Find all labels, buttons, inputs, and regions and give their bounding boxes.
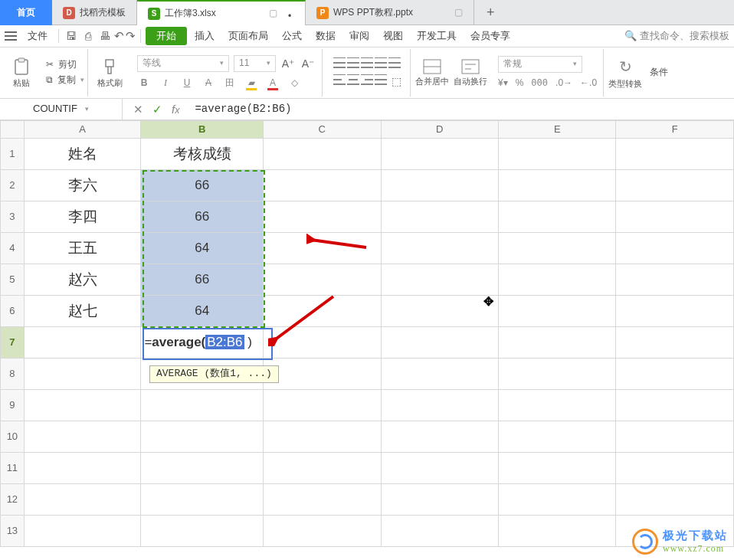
print-preview-icon[interactable]: ⎙ <box>80 29 96 43</box>
align-middle-icon[interactable] <box>347 57 359 68</box>
row-header[interactable]: 6 <box>1 296 25 327</box>
indent-inc-icon[interactable] <box>388 57 401 68</box>
cell[interactable]: 赵六 <box>24 264 141 296</box>
cell[interactable]: 考核成绩 <box>141 139 264 170</box>
merge-button[interactable]: 合并居中 <box>415 49 449 97</box>
row-header[interactable]: 11 <box>1 453 25 484</box>
row-header[interactable]: 12 <box>1 484 25 516</box>
name-box[interactable]: COUNTIF▾ <box>0 99 123 120</box>
dec-decimal-icon[interactable]: ←.0 <box>580 77 597 90</box>
cell[interactable]: 王五 <box>24 233 141 264</box>
window-icon[interactable]: ▢ <box>454 7 463 19</box>
copy-button[interactable]: ⧉复制▾ <box>46 74 84 87</box>
percent-icon[interactable]: % <box>516 77 524 90</box>
menu-vip[interactable]: 会员专享 <box>464 27 516 46</box>
menu-file[interactable]: 文件 <box>21 27 54 46</box>
format-painter-button[interactable]: 格式刷 <box>93 49 126 97</box>
menu-dev[interactable]: 开发工具 <box>411 27 463 46</box>
wrap-button[interactable]: 自动换行 <box>454 49 487 97</box>
number-format-combo[interactable]: 常规▾ <box>498 56 582 73</box>
cell[interactable]: 姓名 <box>24 139 141 170</box>
decrease-font-icon[interactable]: A⁻ <box>300 57 316 70</box>
cell[interactable]: 64 <box>141 296 264 327</box>
menu-layout[interactable]: 页面布局 <box>222 27 274 46</box>
cell[interactable]: 66 <box>141 170 264 201</box>
col-header[interactable]: F <box>616 121 734 139</box>
orientation-icon[interactable]: ⬚ <box>388 74 404 88</box>
cancel-formula-icon[interactable]: ✕ <box>133 102 143 117</box>
search-command[interactable]: 🔍 查找命令、搜索模板 <box>624 30 729 43</box>
align-bottom-icon[interactable] <box>361 57 373 68</box>
row-header[interactable]: 2 <box>1 170 25 201</box>
col-header[interactable]: D <box>381 121 498 139</box>
tab-template[interactable]: D 找稻壳模板 <box>52 0 137 25</box>
row-header[interactable]: 9 <box>1 390 25 421</box>
print-icon[interactable]: 🖶 <box>97 29 113 43</box>
formula-input[interactable]: =average(B2:B6) <box>190 102 734 116</box>
sheet-area[interactable]: A B C D E F 1 姓名 考核成绩 2 李六 66 3 李四 66 4 … <box>0 120 734 560</box>
phonetic-button[interactable]: ◇ <box>287 77 301 90</box>
row-header[interactable]: 4 <box>1 233 25 264</box>
cell[interactable]: 李四 <box>24 201 141 233</box>
strike-button[interactable]: A <box>202 77 215 90</box>
indent-dec-icon[interactable] <box>375 57 387 68</box>
redo-icon[interactable]: ↷ <box>126 28 136 44</box>
col-header[interactable]: E <box>499 121 616 139</box>
select-all-corner[interactable] <box>1 121 25 139</box>
accept-formula-icon[interactable]: ✓ <box>152 102 162 117</box>
cut-button[interactable]: ✂剪切 <box>46 59 84 71</box>
align-right-icon[interactable] <box>361 74 373 85</box>
cell-editing[interactable]: =average(B2:B6 ) <box>141 327 264 359</box>
save-icon[interactable]: 🖫 <box>64 29 79 43</box>
align-top-icon[interactable] <box>333 57 346 68</box>
tab-workbook[interactable]: S 工作簿3.xlsx ▢ • <box>137 0 306 25</box>
currency-icon[interactable]: ¥▾ <box>498 77 508 90</box>
inc-decimal-icon[interactable]: .0→ <box>555 77 572 90</box>
tab-ppt[interactable]: P WPS PPT教程.pptx ▢ <box>306 0 474 25</box>
menu-view[interactable]: 视图 <box>377 27 409 46</box>
conditional-label[interactable]: 条件 <box>650 67 668 79</box>
cell[interactable]: 66 <box>141 264 264 296</box>
align-left-icon[interactable] <box>333 74 346 85</box>
window-icon[interactable]: ▢ <box>269 8 277 20</box>
cell[interactable]: 李六 <box>24 170 141 201</box>
menu-review[interactable]: 审阅 <box>343 27 375 46</box>
menu-insert[interactable]: 插入 <box>188 27 221 46</box>
row-header[interactable]: 5 <box>1 264 25 296</box>
cell[interactable]: 64 <box>141 233 264 264</box>
justify-icon[interactable] <box>375 74 387 85</box>
align-center-icon[interactable] <box>347 74 359 85</box>
row-header[interactable]: 10 <box>1 421 25 453</box>
row-header[interactable]: 3 <box>1 201 25 233</box>
increase-font-icon[interactable]: A⁺ <box>280 57 296 70</box>
cell[interactable]: 66 <box>141 201 264 233</box>
hamburger-icon[interactable] <box>5 31 17 41</box>
paste-button[interactable]: 粘贴 <box>5 49 38 97</box>
col-header[interactable]: C <box>264 121 381 139</box>
comma-icon[interactable]: 000 <box>531 77 548 90</box>
tab-add[interactable]: + <box>474 0 507 25</box>
tab-home[interactable]: 首页 <box>0 0 52 25</box>
menu-data[interactable]: 数据 <box>310 27 342 46</box>
font-color-button[interactable]: A <box>266 77 280 90</box>
size-combo[interactable]: 11▾ <box>234 55 276 72</box>
menu-formulas[interactable]: 公式 <box>276 27 308 46</box>
row-header[interactable]: 1 <box>1 139 25 170</box>
row-header[interactable]: 7 <box>1 327 25 359</box>
fx-icon[interactable]: fx <box>172 102 179 117</box>
recycle-button[interactable]: ↻ 类型转换 <box>608 49 642 97</box>
row-header[interactable]: 13 <box>1 516 25 547</box>
col-header[interactable]: B <box>141 121 264 139</box>
col-header[interactable]: A <box>24 121 141 139</box>
font-combo[interactable]: 等线▾ <box>137 55 229 72</box>
border-button[interactable]: 田 <box>223 77 237 90</box>
undo-icon[interactable]: ↶ <box>114 28 124 44</box>
bold-button[interactable]: B <box>137 77 151 90</box>
cell[interactable]: 赵七 <box>24 296 141 327</box>
menu-start[interactable]: 开始 <box>146 27 187 46</box>
grid[interactable]: A B C D E F 1 姓名 考核成绩 2 李六 66 3 李四 66 4 … <box>0 120 734 547</box>
row-header[interactable]: 8 <box>1 359 25 390</box>
fill-color-button[interactable]: ▰ <box>244 77 258 90</box>
italic-button[interactable]: I <box>159 77 172 90</box>
underline-button[interactable]: U <box>180 77 194 90</box>
